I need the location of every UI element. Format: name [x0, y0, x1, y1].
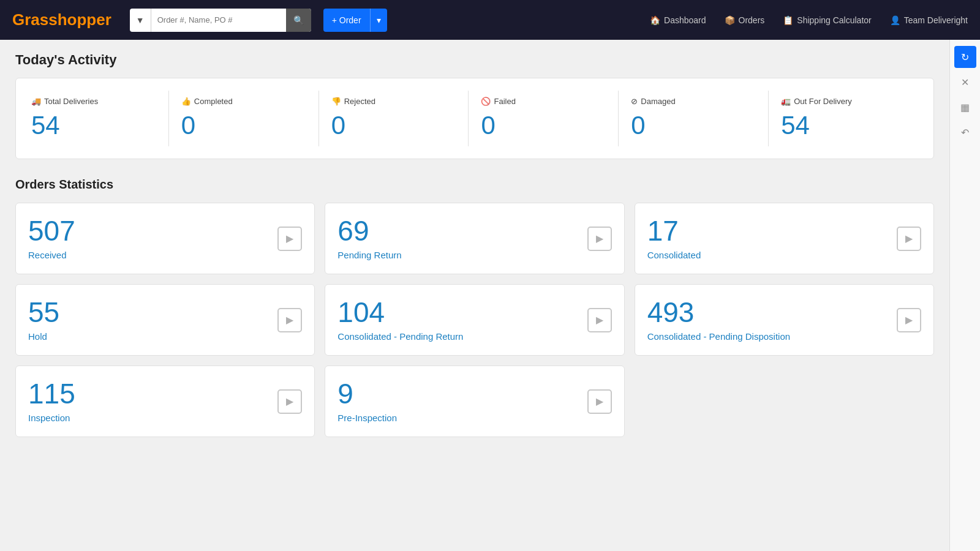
stat-card-consolidated[interactable]: 17 Consolidated ▶: [635, 203, 934, 274]
stat-card-content-hold: 55 Hold: [28, 298, 59, 342]
search-bar: ▼ 🔍: [130, 9, 311, 32]
nav-shipping[interactable]: 📋 Shipping Calculator: [783, 15, 871, 25]
activity-stat-total-deliveries: 🚚 Total Deliveries 54: [31, 91, 169, 146]
stat-card-number-hold: 55: [28, 298, 59, 326]
nav-orders-label: Orders: [739, 15, 765, 25]
nav-team-label: Team Deliveright: [904, 15, 968, 25]
stat-value-out-for-delivery: 54: [781, 111, 906, 140]
nav-orders[interactable]: 📦 Orders: [725, 15, 765, 25]
orders-icon: 📦: [725, 15, 735, 25]
stat-card-arrow-consolidated-pending-disposition[interactable]: ▶: [897, 308, 921, 332]
stat-value-rejected: 0: [331, 111, 456, 140]
nav-shipping-label: Shipping Calculator: [797, 15, 871, 25]
activity-title: Today's Activity: [15, 52, 934, 68]
stat-label-damaged: ⊘ Damaged: [631, 97, 756, 106]
stat-value-total-deliveries: 54: [31, 111, 156, 140]
stat-card-content-consolidated: 17 Consolidated: [647, 217, 701, 260]
add-order-main[interactable]: + Order: [323, 9, 371, 32]
stat-card-received[interactable]: 507 Received ▶: [15, 203, 315, 274]
sidebar-close-icon[interactable]: ✕: [954, 71, 976, 93]
sidebar-history-icon[interactable]: ↶: [954, 121, 976, 143]
app-brand: Grasshopper: [12, 10, 111, 29]
stat-card-content-consolidated-pending-return: 104 Consolidated - Pending Return: [337, 298, 463, 342]
stat-card-label-consolidated: Consolidated: [647, 250, 701, 260]
stat-label-rejected: 👎 Rejected: [331, 97, 456, 106]
stat-card-label-pending-return: Pending Return: [337, 250, 401, 260]
stat-card-arrow-consolidated[interactable]: ▶: [897, 227, 921, 251]
activity-stat-completed: 👍 Completed 0: [169, 91, 319, 146]
main-content: Today's Activity 🚚 Total Deliveries 54 👍…: [0, 40, 949, 551]
orders-stats-title: Orders Statistics: [15, 178, 934, 192]
stat-card-number-pending-return: 69: [337, 217, 401, 245]
stat-card-number-consolidated-pending-disposition: 493: [647, 298, 790, 326]
stat-icon-failed: 🚫: [481, 97, 491, 106]
stat-card-pre-inspection[interactable]: 9 Pre-Inspection ▶: [325, 365, 624, 437]
stat-card-arrow-consolidated-pending-return[interactable]: ▶: [587, 308, 612, 332]
stat-icon-rejected: 👎: [331, 97, 341, 106]
stat-label-total-deliveries: 🚚 Total Deliveries: [31, 97, 156, 106]
search-input[interactable]: [151, 15, 286, 24]
stat-card-label-hold: Hold: [28, 331, 59, 342]
stat-card-label-pre-inspection: Pre-Inspection: [337, 413, 397, 423]
activity-card: 🚚 Total Deliveries 54 👍 Completed 0 👎 Re…: [15, 78, 934, 159]
navbar: Grasshopper ▼ 🔍 + Order ▾ 🏠 Dashboard 📦 …: [0, 0, 980, 40]
add-order-label: + Order: [332, 15, 361, 25]
stat-card-number-inspection: 115: [28, 380, 75, 408]
stat-card-arrow-received[interactable]: ▶: [277, 227, 302, 251]
stat-card-content-pending-return: 69 Pending Return: [337, 217, 401, 260]
add-order-button[interactable]: + Order ▾: [323, 9, 387, 32]
activity-stat-damaged: ⊘ Damaged 0: [619, 91, 769, 146]
nav-team[interactable]: 👤 Team Deliveright: [890, 15, 968, 25]
stat-icon-completed: 👍: [181, 97, 191, 106]
stat-value-failed: 0: [481, 111, 606, 140]
nav-dashboard-label: Dashboard: [664, 15, 706, 25]
stat-label-completed: 👍 Completed: [181, 97, 306, 106]
stat-card-number-consolidated-pending-return: 104: [337, 298, 463, 326]
dashboard-icon: 🏠: [650, 15, 660, 25]
stat-card-inspection[interactable]: 115 Inspection ▶: [15, 365, 315, 437]
add-order-dropdown[interactable]: ▾: [371, 9, 387, 32]
stat-card-arrow-hold[interactable]: ▶: [277, 308, 302, 332]
stat-card-hold[interactable]: 55 Hold ▶: [15, 284, 315, 356]
stat-card-content-inspection: 115 Inspection: [28, 380, 75, 423]
stat-card-content-consolidated-pending-disposition: 493 Consolidated - Pending Disposition: [647, 298, 790, 342]
stat-value-completed: 0: [181, 111, 306, 140]
stat-card-empty: [635, 365, 934, 437]
activity-stat-out-for-delivery: 🚛 Out For Delivery 54: [769, 91, 918, 146]
nav-links: 🏠 Dashboard 📦 Orders 📋 Shipping Calculat…: [650, 15, 968, 25]
stat-icon-total-deliveries: 🚚: [31, 97, 41, 106]
team-icon: 👤: [890, 15, 900, 25]
stat-card-content-pre-inspection: 9 Pre-Inspection: [337, 380, 397, 423]
stat-label-failed: 🚫 Failed: [481, 97, 606, 106]
sidebar-chart-icon[interactable]: ▦: [954, 96, 976, 118]
stat-card-number-consolidated: 17: [647, 217, 701, 245]
sidebar: ↻ ✕ ▦ ↶: [949, 40, 980, 551]
stat-icon-damaged: ⊘: [631, 97, 638, 106]
stat-icon-out-for-delivery: 🚛: [781, 97, 791, 106]
stat-card-consolidated-pending-disposition[interactable]: 493 Consolidated - Pending Disposition ▶: [635, 284, 934, 356]
shipping-icon: 📋: [783, 15, 793, 25]
stat-card-arrow-pending-return[interactable]: ▶: [587, 227, 612, 251]
stat-card-label-consolidated-pending-return: Consolidated - Pending Return: [337, 331, 463, 342]
stat-card-label-consolidated-pending-disposition: Consolidated - Pending Disposition: [647, 331, 790, 342]
stat-card-content-received: 507 Received: [28, 217, 75, 260]
activity-stat-rejected: 👎 Rejected 0: [319, 91, 469, 146]
stat-card-arrow-inspection[interactable]: ▶: [277, 389, 302, 414]
stat-card-number-received: 507: [28, 217, 75, 245]
sidebar-refresh-icon[interactable]: ↻: [954, 46, 976, 68]
filter-icon[interactable]: ▼: [130, 9, 151, 32]
search-button[interactable]: 🔍: [286, 9, 311, 32]
stat-card-label-inspection: Inspection: [28, 413, 75, 423]
stat-card-arrow-pre-inspection[interactable]: ▶: [587, 389, 612, 414]
stat-card-label-received: Received: [28, 250, 75, 260]
stat-card-pending-return[interactable]: 69 Pending Return ▶: [325, 203, 624, 274]
stat-value-damaged: 0: [631, 111, 756, 140]
stat-card-number-pre-inspection: 9: [337, 380, 397, 408]
activity-stat-failed: 🚫 Failed 0: [469, 91, 619, 146]
nav-dashboard[interactable]: 🏠 Dashboard: [650, 15, 706, 25]
stat-label-out-for-delivery: 🚛 Out For Delivery: [781, 97, 906, 106]
stat-card-consolidated-pending-return[interactable]: 104 Consolidated - Pending Return ▶: [325, 284, 624, 356]
orders-stats-grid: 507 Received ▶ 69 Pending Return ▶ 17 Co…: [15, 203, 934, 437]
